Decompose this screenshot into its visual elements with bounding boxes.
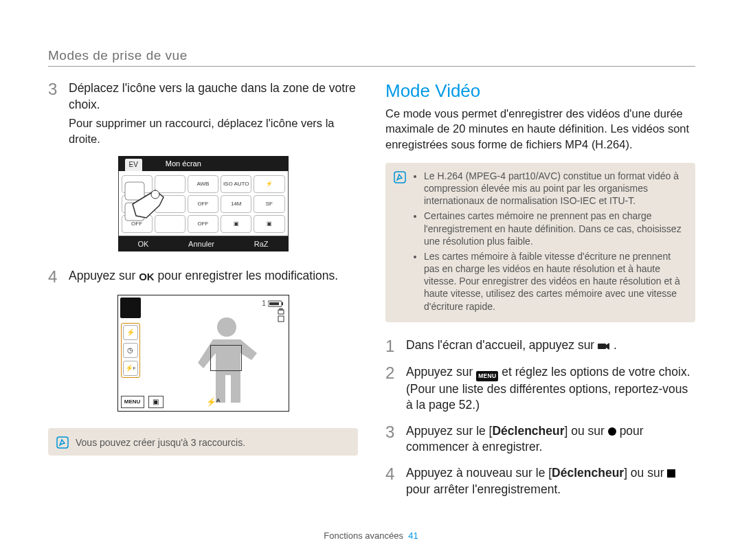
- note-item: Le H.264 (MPEG-4 part10/AVC) constitue u…: [424, 170, 686, 208]
- grid-cell: ⚡: [254, 175, 284, 193]
- menu-button: MENU: [121, 396, 144, 408]
- ok-icon: OK: [139, 270, 155, 284]
- step-text: Appuyez à nouveau sur le [: [406, 466, 552, 480]
- stop-icon: [667, 469, 675, 478]
- grid-cell: OFF: [188, 215, 218, 233]
- grid-cell: ISO AUTO: [221, 175, 251, 193]
- ok-button-label: OK: [137, 240, 148, 248]
- step-text: ] ou sur: [624, 466, 667, 480]
- svg-point-2: [151, 190, 159, 199]
- step-text: Déplacez l'icône vers la gauche dans la …: [69, 81, 356, 111]
- note-item: Certaines cartes mémoire ne prennent pas…: [424, 210, 686, 247]
- timer-icon: ◷: [123, 343, 138, 358]
- step-1: 1 Dans l'écran d'accueil, appuyez sur .: [385, 337, 695, 355]
- flash-icon: ⚡: [123, 325, 138, 340]
- reset-button-label: RaZ: [254, 240, 269, 248]
- cancel-button-label: Annuler: [188, 240, 214, 248]
- shutter-label: Déclencheur: [492, 424, 564, 438]
- step-number: 4: [385, 465, 398, 497]
- svg-rect-8: [278, 316, 284, 322]
- shortcut-bar: ⚡ ◷ ⚡F: [121, 323, 140, 378]
- section-description: Ce mode vous permet d'enregistrer des vi…: [385, 106, 695, 152]
- step-4: 4 Appuyez sur OK pour enregistrer les mo…: [48, 268, 358, 285]
- footer-section: Fonctions avancées: [324, 530, 403, 541]
- grid-cell: ▣: [221, 215, 251, 233]
- page-footer: Fonctions avancées 41: [0, 530, 742, 541]
- grid-cell: SF: [254, 195, 284, 213]
- step-subtext: Pour supprimer un raccourci, déplacez l'…: [69, 115, 358, 146]
- svg-rect-7: [280, 309, 282, 310]
- note-text: Vous pouvez créer jusqu'à 3 raccourcis.: [76, 435, 245, 449]
- camera-screen-myecran: EV Mon écran AWB ISO AUTO ⚡ OFF 14M S: [118, 156, 289, 251]
- screen-title: Mon écran: [149, 159, 201, 168]
- svg-rect-9: [57, 437, 68, 448]
- step-text: ] ou sur: [565, 424, 608, 438]
- svg-rect-4: [269, 302, 279, 305]
- step-number: 3: [48, 80, 60, 146]
- svg-rect-0: [125, 182, 144, 200]
- note-video: Le H.264 (MPEG-4 part10/AVC) constitue u…: [385, 163, 695, 322]
- step-text: pour enregistrer les modifications.: [158, 269, 339, 282]
- shutter-label: Déclencheur: [552, 466, 624, 480]
- step-text: Appuyez sur le [: [406, 424, 492, 438]
- step-4: 4 Appuyez à nouveau sur le [Déclencheur]…: [385, 465, 695, 497]
- svg-rect-10: [394, 172, 405, 183]
- step-2: 2 Appuyez sur MENU et réglez les options…: [385, 364, 695, 414]
- mode-indicator: [120, 298, 141, 318]
- step-number: 3: [385, 423, 398, 456]
- left-column: 3 Déplacez l'icône vers la gauche dans l…: [48, 80, 358, 507]
- step-number: 2: [385, 364, 398, 414]
- grid-cell: OFF: [188, 195, 218, 213]
- page-number: 41: [408, 530, 418, 541]
- svg-rect-11: [598, 344, 606, 349]
- page-header: Modes de prise de vue: [48, 48, 695, 67]
- gallery-icon: ▣: [148, 396, 164, 408]
- camera-screen-preview: 1 ⚡ ◷ ⚡F MENU ▣: [117, 295, 289, 412]
- step-text: Appuyez sur: [406, 365, 476, 379]
- step-3: 3 Appuyez sur le [Déclencheur] ou sur po…: [385, 423, 695, 456]
- menu-icon: MENU: [476, 371, 498, 381]
- step-text: .: [614, 338, 617, 352]
- mode-icon: ⚡F: [123, 361, 138, 376]
- grid-cell: 14M: [221, 195, 251, 213]
- note-icon: [56, 436, 69, 449]
- video-icon: [598, 339, 610, 347]
- step-number: 4: [48, 268, 60, 285]
- svg-rect-5: [282, 302, 283, 305]
- note-item: Les cartes mémoire à faible vitesse d'éc…: [424, 250, 686, 313]
- note-icon: [394, 171, 406, 183]
- record-icon: [608, 427, 616, 436]
- step-text: Appuyez sur: [69, 269, 139, 282]
- flash-label: ⚡ᴬ: [206, 397, 220, 407]
- step-text: Dans l'écran d'accueil, appuyez sur: [406, 338, 598, 352]
- section-heading: Mode Vidéo: [385, 80, 695, 102]
- svg-rect-6: [278, 310, 284, 314]
- grid-cell: AWB: [188, 175, 218, 193]
- drag-hand-icon: [122, 178, 177, 232]
- grid-cell: ▣: [254, 215, 284, 233]
- ev-tab: EV: [125, 159, 142, 171]
- step-text: pour arrêter l'enregistrement.: [406, 482, 561, 496]
- step-3: 3 Déplacez l'icône vers la gauche dans l…: [48, 80, 358, 146]
- note-shortcuts: Vous pouvez créer jusqu'à 3 raccourcis.: [48, 428, 358, 456]
- right-column: Mode Vidéo Ce mode vous permet d'enregis…: [385, 80, 695, 507]
- focus-box: [210, 345, 242, 371]
- step-number: 1: [385, 337, 398, 355]
